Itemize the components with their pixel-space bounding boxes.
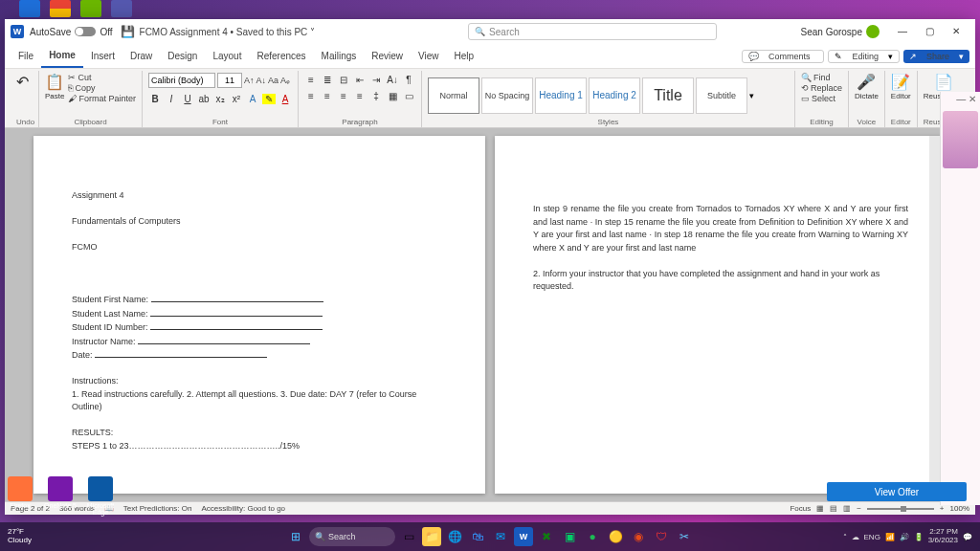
document-area[interactable]: Assignment 4 Fundamentals of Computers F… xyxy=(5,128,975,501)
tray-clock[interactable]: 2:27 PM 3/6/2023 xyxy=(928,528,958,545)
taskbar-store-icon[interactable]: 🛍 xyxy=(468,527,487,546)
tab-help[interactable]: Help xyxy=(447,44,482,68)
taskbar-search[interactable]: 🔍 Search xyxy=(309,527,395,546)
taskbar-chrome-icon[interactable]: 🟡 xyxy=(606,527,625,546)
tab-draw[interactable]: Draw xyxy=(122,44,160,68)
tray-lang-icon[interactable]: ENG xyxy=(864,533,880,541)
maximize-button[interactable]: ▢ xyxy=(916,22,943,41)
start-button[interactable]: ⊞ xyxy=(286,527,305,546)
taskbar-edge-icon[interactable]: 🌐 xyxy=(445,527,464,546)
style-normal[interactable]: Normal xyxy=(428,77,479,114)
bold-button[interactable]: B xyxy=(148,94,162,104)
cut-button[interactable]: ✂ Cut xyxy=(68,73,136,82)
strike-button[interactable]: ab xyxy=(197,94,211,104)
taskbar-xbox-icon[interactable]: ✖ xyxy=(537,527,556,546)
close-button[interactable]: ✕ xyxy=(943,22,969,41)
borders-icon[interactable]: ▭ xyxy=(402,91,415,101)
task-view-icon[interactable]: ▭ xyxy=(399,527,418,546)
taskbar-snip-icon[interactable]: ✂ xyxy=(675,527,694,546)
styles-more-icon[interactable]: ▾ xyxy=(749,91,754,100)
search-input[interactable]: Search xyxy=(468,23,717,40)
zoom-out-icon[interactable]: − xyxy=(857,504,861,513)
shading-icon[interactable]: ▦ xyxy=(386,91,399,101)
change-case-icon[interactable]: Aa xyxy=(268,76,278,85)
select-button[interactable]: ▭ Select xyxy=(801,94,835,103)
zoom-in-icon[interactable]: + xyxy=(940,504,945,513)
tab-file[interactable]: File xyxy=(11,44,41,68)
editor-button[interactable]: 📝Editor xyxy=(891,73,911,100)
subscript-button[interactable]: x₂ xyxy=(213,94,227,104)
tab-design[interactable]: Design xyxy=(160,44,205,68)
tray-wifi-icon[interactable]: 📶 xyxy=(885,533,895,541)
tray-volume-icon[interactable]: 🔊 xyxy=(900,533,909,541)
font-color-icon[interactable]: A xyxy=(278,94,292,104)
tray-notifications-icon[interactable]: 💬 xyxy=(963,533,972,541)
grow-font-icon[interactable]: A↑ xyxy=(244,76,255,85)
tab-review[interactable]: Review xyxy=(364,44,411,68)
style-title[interactable]: Title xyxy=(642,77,694,114)
paste-button[interactable]: 📋Paste xyxy=(45,73,64,100)
panel-close-icon[interactable]: — ✕ xyxy=(956,94,976,104)
line-spacing-icon[interactable]: ‡ xyxy=(369,91,383,101)
format-painter-button[interactable]: 🖌 Format Painter xyxy=(68,94,136,103)
dec-indent-icon[interactable]: ⇤ xyxy=(353,75,367,85)
tab-view[interactable]: View xyxy=(411,44,447,68)
taskbar-word-icon[interactable]: W xyxy=(514,527,533,546)
desktop-edge[interactable]: Microsoft Edge xyxy=(84,476,117,516)
justify-icon[interactable]: ≡ xyxy=(353,91,367,101)
page-1[interactable]: Assignment 4 Fundamentals of Computers F… xyxy=(33,136,485,494)
document-title[interactable]: FCMO Assignment 4 • Saved to this PC ˅ xyxy=(140,27,316,37)
align-left-icon[interactable]: ≡ xyxy=(304,91,318,101)
style-heading2[interactable]: Heading 2 xyxy=(589,77,640,114)
desktop-onenote[interactable]: OneNote 5 xyxy=(44,476,77,516)
replace-button[interactable]: ⟲ Replace xyxy=(801,83,842,93)
tab-layout[interactable]: Layout xyxy=(205,44,249,68)
view-offer-button[interactable]: View Offer xyxy=(827,482,967,501)
shrink-font-icon[interactable]: A↓ xyxy=(256,76,267,85)
superscript-button[interactable]: x² xyxy=(230,94,243,104)
pinned-chrome[interactable] xyxy=(50,0,71,17)
tray-chevron-icon[interactable]: ˄ xyxy=(843,533,847,541)
page-2[interactable]: In step 9 rename the file you create fro… xyxy=(495,136,947,494)
taskbar-security-icon[interactable]: 🛡 xyxy=(652,527,671,546)
status-predictions[interactable]: Text Predictions: On xyxy=(123,504,192,513)
numbering-icon[interactable]: ≣ xyxy=(321,75,334,85)
align-center-icon[interactable]: ≡ xyxy=(321,91,334,101)
pinned-app-3[interactable] xyxy=(80,0,101,17)
view-web-icon[interactable]: ▥ xyxy=(843,504,851,513)
font-size-select[interactable] xyxy=(217,73,242,88)
desktop-firefox[interactable]: Firefox xyxy=(4,476,36,516)
style-nospacing[interactable]: No Spacing xyxy=(481,77,533,114)
font-name-select[interactable] xyxy=(148,73,215,88)
sort-icon[interactable]: A↓ xyxy=(386,75,399,85)
account-button[interactable]: Sean Gorospe xyxy=(801,25,880,38)
weather-widget[interactable]: 27°F Cloudy xyxy=(8,528,32,545)
toggle-icon[interactable] xyxy=(75,27,96,36)
side-panel[interactable]: — ✕ xyxy=(940,92,980,505)
tray-battery-icon[interactable]: 🔋 xyxy=(914,533,924,541)
highlight-icon[interactable]: ✎ xyxy=(262,94,276,104)
minimize-button[interactable]: — xyxy=(889,22,916,41)
pinned-teams[interactable] xyxy=(111,0,132,17)
tab-references[interactable]: References xyxy=(249,44,313,68)
taskbar-mail-icon[interactable]: ✉ xyxy=(491,527,510,546)
undo-button[interactable]: ↶ xyxy=(16,73,29,91)
text-effects-icon[interactable]: A xyxy=(246,94,259,104)
italic-button[interactable]: I xyxy=(165,94,178,104)
tab-home[interactable]: Home xyxy=(41,44,83,68)
taskbar-office-icon[interactable]: ◉ xyxy=(629,527,648,546)
taskbar-app-icon[interactable]: ▣ xyxy=(560,527,579,546)
zoom-slider[interactable] xyxy=(867,508,934,510)
pinned-app-1[interactable] xyxy=(19,0,40,17)
align-right-icon[interactable]: ≡ xyxy=(337,91,350,101)
editing-mode-button[interactable]: ✎ Editing ▾ xyxy=(828,50,900,63)
style-subtitle[interactable]: Subtitle xyxy=(696,77,747,114)
autosave-toggle[interactable]: AutoSave Off xyxy=(30,27,113,37)
inc-indent-icon[interactable]: ⇥ xyxy=(369,75,383,85)
save-icon[interactable]: 💾 xyxy=(121,25,134,38)
tray-onedrive-icon[interactable]: ☁ xyxy=(852,533,859,541)
zoom-level[interactable]: 100% xyxy=(950,504,969,513)
status-accessibility[interactable]: Accessibility: Good to go xyxy=(201,504,285,513)
clear-format-icon[interactable]: Aᵩ xyxy=(280,76,290,85)
dictate-button[interactable]: 🎤Dictate xyxy=(855,73,879,100)
